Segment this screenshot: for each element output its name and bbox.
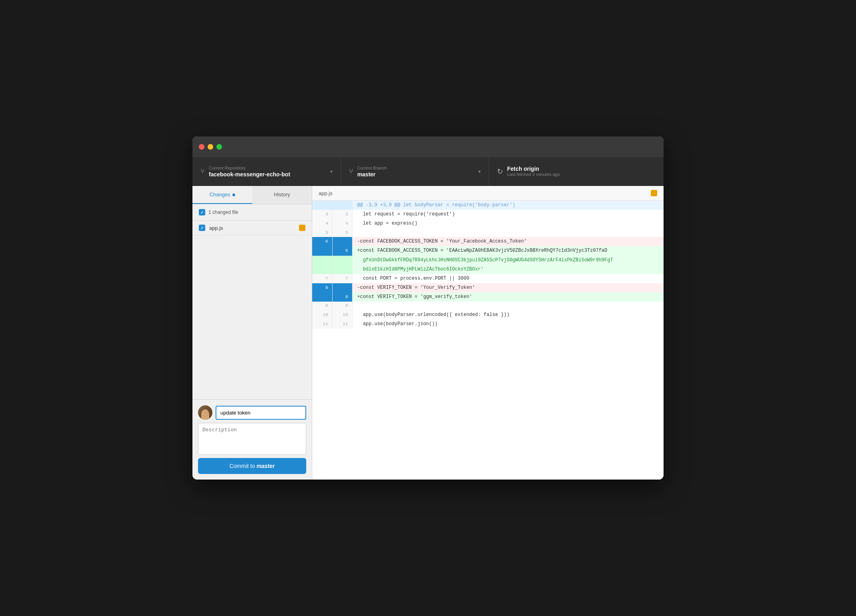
branch-section[interactable]: ⑂ Current Branch master ▾ — [341, 157, 489, 186]
repo-value: facebook-messenger-echo-bot — [209, 171, 290, 178]
line-code: app.use(bodyParser.json()) — [352, 320, 664, 329]
table-row: 7 7 const PORT = process.env.PORT || 300… — [312, 274, 664, 283]
line-code — [352, 302, 664, 310]
line-num-new — [332, 237, 352, 246]
line-num-new: 4 — [332, 219, 352, 228]
repo-icon: ⑂ — [200, 167, 205, 176]
file-name: app.js — [209, 225, 223, 231]
table-row: 5 5 — [312, 229, 664, 237]
branch-value: master — [357, 171, 387, 178]
line-num-old — [312, 265, 332, 274]
diff-filename: app.js — [319, 190, 333, 196]
main-area: Changes History 1 changed file app.js — [192, 186, 664, 480]
line-num-old: 8 — [312, 283, 332, 292]
line-num-old — [312, 292, 332, 302]
line-code: let app = express() — [352, 219, 664, 228]
file-item-appjs[interactable]: app.js — [192, 221, 312, 235]
table-row: gfxUnDtDwGkkfFRDq7R84yLkhcJHsNH0SC3bjpul… — [312, 256, 664, 265]
commit-btn-prefix: Commit to — [230, 463, 257, 469]
branch-label: Current Branch — [357, 166, 387, 170]
line-code: gfxUnDtDwGkkfFRDq7R84yLkhcJHsNH0SC3bjpul… — [352, 256, 664, 265]
line-code: const PORT = process.env.PORT || 3000 — [352, 274, 664, 283]
fetch-icon: ↻ — [497, 167, 503, 176]
line-code — [352, 229, 664, 237]
branch-text: Current Branch master — [357, 166, 387, 178]
avatar-image — [198, 405, 212, 420]
avatar — [198, 405, 212, 420]
fetch-section[interactable]: ↻ Fetch origin Last fetched 2 minutes ag… — [489, 157, 664, 186]
line-num-new — [332, 265, 352, 274]
line-num-new: 3 — [332, 210, 352, 219]
diff-header: app.js — [312, 186, 664, 201]
table-row: 8 +const VERIFY_TOKEN = 'ggm_verify_toke… — [312, 292, 664, 302]
line-num-old — [312, 201, 332, 210]
app-window: ⑂ Current Repository facebook-messenger-… — [192, 136, 664, 480]
fetch-sublabel: Last fetched 2 minutes ago — [507, 172, 560, 177]
select-all-checkbox[interactable] — [199, 209, 205, 215]
line-code: bdlxE1kzHId8PMyjHPLWlzZAcTboc6IOckoYZBOx… — [352, 265, 664, 274]
line-code: -const FACEBOOK_ACCESS_TOKEN = 'Your_Fac… — [352, 237, 664, 246]
commit-summary-input[interactable] — [216, 406, 306, 420]
line-num-new: 10 — [332, 310, 352, 320]
commit-btn-branch: master — [256, 463, 275, 469]
commit-form-header — [198, 405, 306, 420]
line-num-new: 8 — [332, 292, 352, 302]
fetch-text: Fetch origin Last fetched 2 minutes ago — [507, 166, 560, 178]
diff-panel: app.js @@ -3,9 +3,9 @@ let bodyParser = … — [312, 186, 664, 480]
line-num-new — [332, 201, 352, 210]
table-row: 10 10 app.use(bodyParser.urlencoded({ ex… — [312, 310, 664, 320]
table-row: 9 9 — [312, 302, 664, 310]
line-num-old — [312, 246, 332, 255]
line-num-new: 6 — [332, 246, 352, 255]
repo-text: Current Repository facebook-messenger-ec… — [209, 166, 290, 178]
tab-changes[interactable]: Changes — [192, 186, 252, 204]
line-num-new: 7 — [332, 274, 352, 283]
line-num-new: 5 — [332, 229, 352, 237]
repo-section[interactable]: ⑂ Current Repository facebook-messenger-… — [192, 157, 341, 186]
tab-history[interactable]: History — [252, 186, 312, 204]
file-checkbox[interactable] — [199, 225, 205, 231]
line-num-old: 5 — [312, 229, 332, 237]
line-num-old: 7 — [312, 274, 332, 283]
table-row: 8 -const VERIFY_TOKEN = 'Your_Verify_Tok… — [312, 283, 664, 292]
commit-description-input[interactable] — [198, 423, 306, 455]
table-row: @@ -3,9 +3,9 @@ let bodyParser = require… — [312, 201, 664, 210]
table-row: 6 +const FACEBOOK_ACCESS_TOKEN = 'EAAcLw… — [312, 246, 664, 255]
branch-chevron-icon: ▾ — [478, 169, 481, 174]
line-code: app.use(bodyParser.urlencoded({ extended… — [352, 310, 664, 320]
line-num-new: 9 — [332, 302, 352, 310]
diff-content[interactable]: @@ -3,9 +3,9 @@ let bodyParser = require… — [312, 201, 664, 480]
fetch-label: Fetch origin — [507, 166, 560, 172]
line-code: @@ -3,9 +3,9 @@ let bodyParser = require… — [352, 201, 664, 210]
avatar-figure — [201, 409, 209, 420]
line-num-new — [332, 283, 352, 292]
changed-files-count: 1 changed file — [208, 209, 238, 215]
line-num-new: 11 — [332, 320, 352, 329]
repo-label: Current Repository — [209, 166, 290, 170]
line-code: -const VERIFY_TOKEN = 'Your_Verify_Token… — [352, 283, 664, 292]
close-button[interactable] — [199, 144, 204, 150]
commit-form: Commit to master — [198, 405, 306, 474]
minimize-button[interactable] — [208, 144, 213, 150]
table-row: 4 4 let app = express() — [312, 219, 664, 228]
diff-file-badge — [651, 190, 657, 196]
line-code: let request = require('request') — [352, 210, 664, 219]
line-num-old: 6 — [312, 237, 332, 246]
repo-chevron-icon: ▾ — [330, 169, 333, 174]
table-row: 6 -const FACEBOOK_ACCESS_TOKEN = 'Your_F… — [312, 237, 664, 246]
line-num-old: 11 — [312, 320, 332, 329]
line-num-old — [312, 256, 332, 265]
line-num-old: 9 — [312, 302, 332, 310]
line-num-new — [332, 256, 352, 265]
maximize-button[interactable] — [216, 144, 222, 150]
sidebar-tabs: Changes History — [192, 186, 312, 204]
table-row: bdlxE1kzHId8PMyjHPLWlzZAcTboc6IOckoYZBOx… — [312, 265, 664, 274]
commit-form-area: Commit to master — [192, 399, 312, 480]
line-code: +const FACEBOOK_ACCESS_TOKEN = 'EAAcLwNp… — [352, 246, 664, 255]
line-num-old: 10 — [312, 310, 332, 320]
toolbar: ⑂ Current Repository facebook-messenger-… — [192, 157, 664, 186]
titlebar — [192, 136, 664, 157]
branch-icon: ⑂ — [349, 167, 353, 176]
changes-dot — [232, 193, 235, 196]
commit-button[interactable]: Commit to master — [198, 458, 306, 474]
